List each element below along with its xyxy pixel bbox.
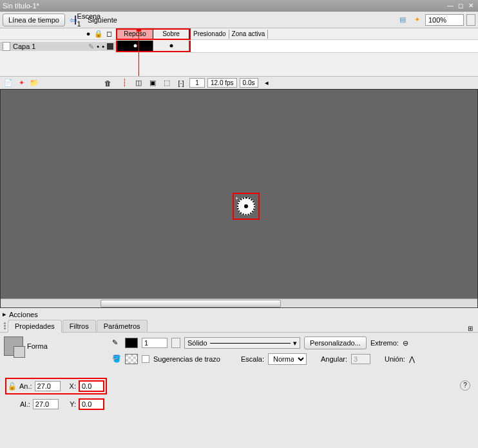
center-frame-icon[interactable]: ┆ — [119, 77, 130, 89]
zoom-input[interactable] — [425, 14, 464, 26]
actions-panel-header[interactable]: ▸ Acciones — [0, 308, 478, 320]
time-display: 0.0s — [240, 78, 258, 88]
layer-row[interactable]: Capa 1 ✎ • • — [0, 42, 116, 51]
panel-options-icon[interactable]: ⊞ — [468, 325, 473, 332]
x-label: X: — [66, 382, 76, 390]
add-layer-icon[interactable]: 📄 — [3, 77, 14, 89]
frame-reposo[interactable] — [117, 41, 153, 51]
tab-zona-activa[interactable]: Zona activa — [229, 30, 269, 39]
horizontal-scrollbar[interactable] — [1, 298, 477, 307]
union-label: Unión: — [385, 355, 405, 363]
height-label: Al.: — [18, 400, 30, 408]
timeline-empty-frames[interactable] — [191, 40, 478, 53]
stage[interactable]: + — [0, 89, 478, 308]
fill-color-swatch[interactable] — [125, 354, 138, 364]
height-input[interactable] — [33, 399, 59, 409]
lock-column-icon[interactable]: 🔒 — [94, 30, 103, 39]
cap-style-icon[interactable]: ⊖ — [403, 339, 412, 347]
angular-label: Angular: — [321, 355, 347, 363]
close-icon[interactable]: ✕ — [466, 1, 475, 10]
join-style-icon[interactable]: ⋀ — [409, 355, 418, 364]
circle-shape[interactable] — [237, 197, 255, 215]
frame-cells — [116, 41, 191, 52]
keyframe-icon — [133, 44, 137, 48]
edit-scene-icon[interactable]: ▤ — [397, 14, 408, 26]
keyframe-icon — [169, 44, 173, 48]
stroke-style-select[interactable]: Sólido ▾ — [184, 337, 300, 349]
symbol-icon[interactable]: ✦ — [411, 14, 423, 26]
actions-label: Acciones — [9, 311, 38, 318]
layer-name: Capa 1 — [13, 43, 86, 50]
add-folder-icon[interactable]: 📁 — [28, 77, 40, 89]
shape-type-icon — [4, 336, 23, 356]
lock-aspect-icon[interactable]: 🔓 — [8, 382, 15, 391]
width-input[interactable] — [35, 381, 61, 391]
onion-outline-icon[interactable]: ▣ — [147, 77, 158, 89]
scroll-left-icon[interactable]: ◂ — [261, 77, 272, 89]
expand-arrow-icon: ▸ — [3, 310, 6, 318]
width-label: An.: — [19, 382, 32, 390]
scene-icon — [75, 15, 76, 24]
next-link[interactable]: Siguiente — [96, 14, 108, 26]
zoom-dropdown[interactable] — [466, 14, 475, 26]
angular-input — [351, 354, 370, 364]
personalizado-button[interactable]: Personalizado... — [304, 336, 367, 349]
restore-icon[interactable]: ◻ — [456, 1, 465, 10]
onion-skin-icon[interactable]: ◫ — [133, 77, 144, 89]
y-input[interactable] — [79, 398, 104, 410]
trash-icon[interactable]: 🗑 — [102, 77, 113, 89]
y-label: Y: — [64, 400, 76, 408]
chevron-down-icon: ▾ — [293, 339, 297, 347]
fill-bucket-icon: 🪣 — [112, 355, 121, 364]
shape-label: Forma — [27, 342, 48, 350]
layer-dot1: • — [97, 43, 99, 50]
layer-dot2: • — [102, 43, 104, 50]
x-input[interactable] — [79, 380, 104, 392]
timeline-button[interactable]: Línea de tiempo — [3, 14, 65, 26]
properties-panel: Propiedades Filtros Parámetros ⊞ Forma 🔓… — [0, 320, 478, 418]
pencil-icon: ✎ — [88, 43, 94, 51]
layer-color-icon[interactable] — [107, 43, 113, 50]
extremo-label: Extremo: — [370, 339, 399, 347]
sugerencias-label: Sugerencias de trazo — [153, 355, 220, 363]
titlebar: Sin título-1* — ◻ ✕ — [0, 0, 478, 12]
tab-presionado[interactable]: Presionado — [191, 30, 229, 39]
escala-select[interactable]: Normal — [268, 353, 307, 365]
panel-grip[interactable] — [3, 320, 8, 332]
add-motion-guide-icon[interactable]: ✦ — [15, 77, 27, 89]
next-label: Siguiente — [88, 16, 117, 24]
edit-multiple-icon[interactable]: ⬚ — [161, 77, 173, 89]
timeline-panel: ● 🔒 ◻ Reposo Sobre Presionado Zona activ… — [0, 28, 478, 89]
minimize-icon[interactable]: — — [446, 1, 455, 10]
scroll-thumb[interactable] — [100, 300, 281, 307]
tab-reposo[interactable]: Reposo — [117, 30, 153, 39]
tab-filtros[interactable]: Filtros — [62, 320, 96, 332]
onion-marker-icon[interactable]: [·] — [175, 77, 187, 89]
tab-propiedades[interactable]: Propiedades — [8, 320, 62, 333]
current-frame: 1 — [189, 78, 205, 88]
escala-label: Escala: — [241, 355, 264, 363]
properties-tabs: Propiedades Filtros Parámetros ⊞ — [0, 320, 478, 333]
outline-icon[interactable]: ◻ — [104, 30, 113, 39]
stroke-width-input[interactable] — [142, 338, 167, 348]
selected-shape[interactable]: + — [233, 193, 260, 220]
stroke-preview — [210, 343, 291, 344]
stroke-hinting-checkbox[interactable] — [142, 355, 149, 363]
tab-sobre[interactable]: Sobre — [153, 30, 189, 39]
playhead — [139, 28, 139, 76]
help-icon[interactable]: ? — [460, 380, 470, 391]
eye-icon[interactable]: ● — [84, 30, 93, 39]
frame-sobre[interactable] — [153, 41, 189, 51]
stroke-width-dropdown[interactable] — [171, 338, 180, 348]
fps-display: 12.0 fps — [207, 78, 237, 88]
button-states-tabs: Reposo Sobre — [116, 28, 191, 40]
stroke-style-label: Sólido — [187, 339, 207, 347]
tab-parametros[interactable]: Parámetros — [97, 320, 148, 332]
stroke-color-swatch[interactable] — [125, 338, 138, 348]
stroke-pen-icon: ✎ — [112, 338, 121, 347]
layer-icon — [3, 42, 10, 51]
window-title: Sin título-1* — [3, 2, 446, 10]
main-toolbar: Línea de tiempo ⇦ Escena 1 Siguiente ▤ ✦ — [0, 12, 478, 28]
